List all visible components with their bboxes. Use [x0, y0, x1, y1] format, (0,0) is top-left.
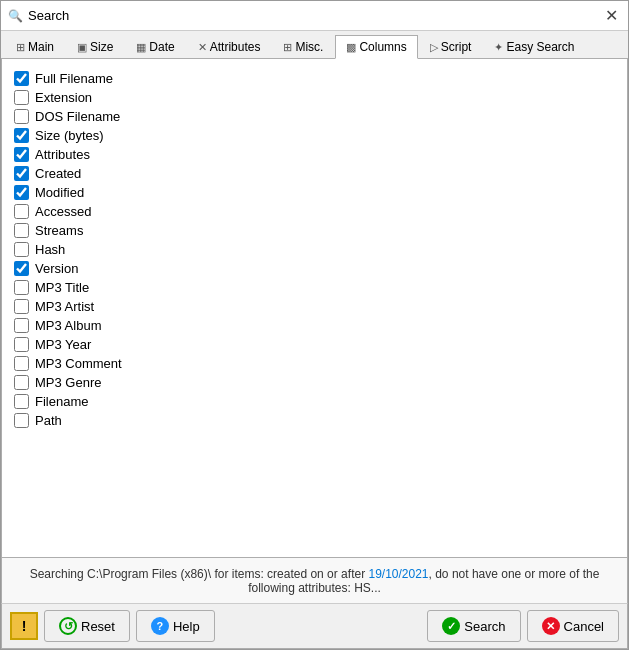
checkbox-modified[interactable]: Modified [14, 183, 615, 202]
checkbox-full-filename[interactable]: Full Filename [14, 69, 615, 88]
columns-tab-icon: ▩ [346, 41, 356, 54]
status-text: Searching C:\Program Files (x86)\ for it… [12, 567, 617, 595]
tab-bar: ⊞ Main ▣ Size ▦ Date ✕ Attributes ⊞ Misc… [1, 31, 628, 59]
tab-main[interactable]: ⊞ Main [5, 35, 65, 58]
reset-button[interactable]: ↺ Reset [44, 610, 130, 642]
checkbox-streams[interactable]: Streams [14, 221, 615, 240]
checkbox-hash[interactable]: Hash [14, 240, 615, 259]
checkbox-size-bytes[interactable]: Size (bytes) [14, 126, 615, 145]
checkbox-attributes[interactable]: Attributes [14, 145, 615, 164]
tab-size[interactable]: ▣ Size [66, 35, 124, 58]
checkbox-extension[interactable]: Extension [14, 88, 615, 107]
window-icon: 🔍 [7, 8, 23, 24]
tab-misc[interactable]: ⊞ Misc. [272, 35, 334, 58]
checkbox-created[interactable]: Created [14, 164, 615, 183]
checkbox-mp3-comment[interactable]: MP3 Comment [14, 354, 615, 373]
search-icon: ✓ [442, 617, 460, 635]
main-tab-icon: ⊞ [16, 41, 25, 54]
tab-columns[interactable]: ▩ Columns [335, 35, 417, 59]
tab-date[interactable]: ▦ Date [125, 35, 185, 58]
window-title: Search [28, 8, 600, 23]
bottom-bar: ! ↺ Reset ? Help ✓ Search ✕ Cancel [1, 603, 628, 649]
close-button[interactable]: ✕ [600, 5, 622, 27]
cancel-icon: ✕ [542, 617, 560, 635]
attributes-tab-icon: ✕ [198, 41, 207, 54]
help-button[interactable]: ? Help [136, 610, 215, 642]
checkbox-path[interactable]: Path [14, 411, 615, 430]
misc-tab-icon: ⊞ [283, 41, 292, 54]
tab-script[interactable]: ▷ Script [419, 35, 483, 58]
easy-search-tab-icon: ✦ [494, 41, 503, 54]
tab-easy-search[interactable]: ✦ Easy Search [483, 35, 585, 58]
help-icon: ? [151, 617, 169, 635]
checkbox-version[interactable]: Version [14, 259, 615, 278]
checkbox-mp3-genre[interactable]: MP3 Genre [14, 373, 615, 392]
main-window: 🔍 Search ✕ ⊞ Main ▣ Size ▦ Date ✕ Attrib… [0, 0, 629, 650]
checkbox-mp3-album[interactable]: MP3 Album [14, 316, 615, 335]
checkbox-filename[interactable]: Filename [14, 392, 615, 411]
title-bar: 🔍 Search ✕ [1, 1, 628, 31]
cancel-button[interactable]: ✕ Cancel [527, 610, 619, 642]
tab-attributes[interactable]: ✕ Attributes [187, 35, 272, 58]
checkbox-accessed[interactable]: Accessed [14, 202, 615, 221]
script-tab-icon: ▷ [430, 41, 438, 54]
checkbox-mp3-artist[interactable]: MP3 Artist [14, 297, 615, 316]
content-area: Full Filename Extension DOS Filename Siz… [1, 59, 628, 557]
size-tab-icon: ▣ [77, 41, 87, 54]
warning-icon: ! [10, 612, 38, 640]
checkbox-mp3-year[interactable]: MP3 Year [14, 335, 615, 354]
checkbox-dos-filename[interactable]: DOS Filename [14, 107, 615, 126]
search-button[interactable]: ✓ Search [427, 610, 520, 642]
date-tab-icon: ▦ [136, 41, 146, 54]
checkbox-mp3-title[interactable]: MP3 Title [14, 278, 615, 297]
status-date-link[interactable]: 19/10/2021 [368, 567, 428, 581]
status-bar: Searching C:\Program Files (x86)\ for it… [1, 557, 628, 603]
reset-icon: ↺ [59, 617, 77, 635]
